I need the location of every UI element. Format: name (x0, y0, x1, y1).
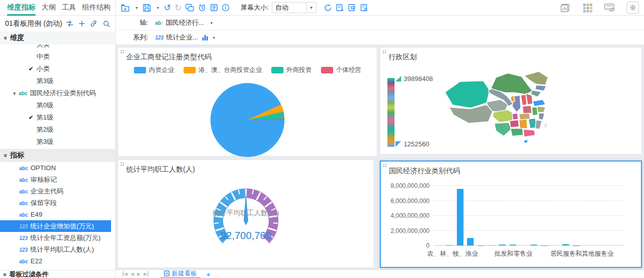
map-panel[interactable]: 行政区划 39898408 1252560 (380, 47, 642, 154)
sidebar-tab[interactable]: 大纲 (42, 0, 56, 16)
map-region[interactable] (445, 81, 489, 108)
section-header-dimensions[interactable]: » 维度 (0, 31, 115, 45)
panel-grip-icon[interactable] (121, 50, 125, 53)
gauge-chart[interactable] (195, 174, 297, 263)
new-dashboard-caret[interactable]: ▼ (135, 6, 138, 10)
metric-item[interactable]: abc企业主代码 (0, 185, 115, 197)
bar[interactable] (457, 189, 463, 246)
search-icon[interactable] (103, 20, 110, 27)
map-region[interactable] (532, 99, 545, 106)
doc-settings-icon[interactable] (360, 4, 369, 12)
axis-field-value[interactable]: 国民经济行... (166, 18, 204, 27)
link-icon[interactable] (90, 20, 98, 27)
bar-plot-area[interactable]: 02,000,000,0004,000,000,0006,000,000,000… (434, 186, 624, 246)
doc-add-icon[interactable] (336, 4, 344, 12)
info-icon[interactable] (222, 4, 230, 12)
map-region[interactable] (535, 120, 542, 129)
tree-item[interactable]: ▼abc国民经济行业类别代码 (0, 87, 115, 99)
metric-item[interactable]: abcE22 (0, 255, 115, 267)
save-icon[interactable] (142, 4, 151, 12)
section-header-metrics[interactable]: » 指标 (0, 149, 115, 162)
gauge-panel[interactable]: 统计平均职工人数(人) 统计平均职工人数(人) 92,700,769 (118, 160, 374, 268)
map-region[interactable] (537, 106, 546, 112)
panel-grip-icon[interactable] (121, 163, 125, 166)
panel-grip-icon[interactable] (383, 50, 387, 53)
tree-item[interactable]: 第0级 (0, 99, 115, 111)
prev-sheet-icon[interactable]: ◀ (130, 271, 133, 276)
bar-chart-panel[interactable]: 国民经济行业类别代码 02,000,000,0004,000,000,0006,… (380, 161, 642, 268)
map-region[interactable] (511, 95, 515, 102)
series-field-caret[interactable]: ▼ (212, 36, 216, 39)
board-filter-footer[interactable]: » 看板过滤条件 (0, 270, 115, 278)
next-sheet-icon[interactable]: ▶ (137, 271, 140, 276)
save-caret[interactable]: ▼ (156, 6, 160, 10)
map-region[interactable] (494, 123, 512, 136)
map-region[interactable] (531, 90, 541, 97)
map-region[interactable] (523, 129, 535, 137)
metric-item[interactable]: 123统计平均职工人数(人) (0, 244, 115, 255)
tree-item[interactable]: 大类 (0, 45, 115, 51)
map-region[interactable] (511, 129, 523, 136)
metric-item[interactable]: abc审核标记 (0, 174, 115, 185)
chart-type-bar-icon[interactable] (202, 35, 208, 41)
refresh-icon[interactable] (324, 4, 332, 12)
map-region[interactable] (539, 113, 545, 120)
screen-size-select[interactable]: 自动 ▼ (272, 2, 316, 13)
map-region[interactable] (524, 71, 548, 85)
preview-link-icon[interactable] (185, 4, 194, 12)
china-map[interactable] (434, 69, 576, 154)
last-sheet-icon[interactable]: ▶┃ (144, 271, 149, 276)
sheet-tab-active[interactable]: 新建看板 (161, 270, 200, 278)
tree-item[interactable]: 中类 (0, 51, 115, 63)
add-sheet-icon[interactable]: + (206, 270, 211, 278)
pie-chart[interactable] (210, 83, 284, 157)
expand-caret-icon[interactable]: ▼ (12, 91, 17, 96)
tree-item[interactable]: 第2级 (0, 124, 115, 136)
legend-item[interactable]: 内资企业 (134, 66, 174, 74)
legend-item[interactable]: 外商投资 (271, 66, 312, 74)
map-region[interactable] (524, 139, 528, 143)
bar[interactable] (488, 245, 495, 246)
bar[interactable] (446, 245, 453, 246)
map-region[interactable] (510, 120, 519, 128)
metric-item[interactable]: 123统计全年工资总额(万元) (0, 232, 115, 244)
alarm-icon[interactable] (198, 4, 206, 12)
map-region[interactable] (535, 85, 546, 91)
map-region[interactable] (532, 107, 538, 116)
theme-grid-icon[interactable] (582, 3, 593, 13)
share-flow-icon[interactable] (66, 20, 74, 27)
first-sheet-icon[interactable]: ┃◀ (122, 271, 127, 276)
sidebar-tab[interactable]: 维度指标 (7, 0, 35, 16)
settings-gear-icon[interactable] (627, 2, 639, 14)
series-field-value[interactable]: 统计企业... (166, 33, 198, 42)
plus-icon[interactable] (79, 20, 85, 27)
sidebar-tab[interactable]: 组件结构 (82, 0, 111, 16)
chart-pages-icon[interactable] (560, 3, 571, 13)
bar[interactable] (530, 245, 537, 246)
bar[interactable] (467, 238, 474, 246)
hide-card-icon[interactable] (604, 3, 616, 13)
bar[interactable] (562, 244, 569, 246)
tree-item[interactable]: 第3级 (0, 136, 115, 148)
bar[interactable] (510, 245, 516, 246)
bar[interactable] (499, 245, 506, 246)
map-region[interactable] (522, 105, 531, 114)
map-region[interactable] (544, 123, 548, 129)
undo-icon[interactable]: ↺ (164, 4, 171, 12)
map-region[interactable] (519, 119, 528, 128)
report-doc-icon[interactable] (210, 4, 218, 12)
metric-item[interactable]: abc保留字段 (0, 197, 115, 209)
map-region[interactable] (512, 113, 518, 120)
axis-field-caret[interactable]: ▼ (210, 21, 213, 25)
select-arrow-icon[interactable]: ▼ (306, 3, 316, 13)
new-dashboard-icon[interactable] (121, 4, 130, 12)
tree-item[interactable]: 第3级 (0, 75, 115, 87)
metric-item[interactable]: 123统计企业增加值(万元) (0, 220, 111, 232)
legend-item[interactable]: 个体经营 (321, 66, 362, 74)
panel-grip-icon[interactable] (383, 164, 388, 167)
doc-search-icon[interactable] (348, 4, 356, 12)
metric-item[interactable]: abcOPTION (0, 162, 115, 174)
map-region[interactable] (521, 94, 527, 105)
sidebar-tab[interactable]: 工具 (62, 0, 76, 16)
legend-item[interactable]: 港、澳、台商投资企业 (184, 66, 262, 74)
